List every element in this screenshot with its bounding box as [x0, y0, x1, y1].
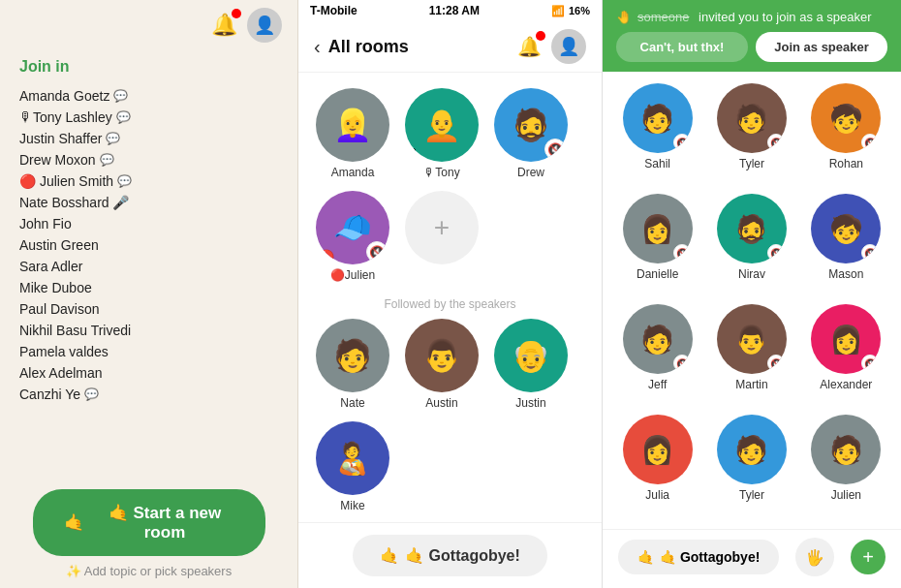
list-item[interactable]: Alex Adelman	[19, 362, 278, 384]
audience-item[interactable]: 🧑 🔇 Sahil	[614, 83, 700, 186]
audience-name: Mason	[828, 267, 863, 281]
audience-item[interactable]: 👴 Justin	[492, 319, 570, 410]
mic-badge: 🔇	[673, 244, 691, 262]
audience-item[interactable]: 🧒 🔇 Rohan	[803, 83, 889, 186]
notification-bell-middle[interactable]: 🔔	[517, 35, 542, 58]
room-content: 👱‍♀️ Amanda 🧑‍🦲 🎙 🎙Tony 🧔 🔇 Drew	[298, 73, 602, 522]
signal-icon: 📶	[551, 5, 565, 17]
audience-name: Tyler	[739, 157, 764, 170]
wave-icon: 🤚	[616, 10, 632, 24]
speaker-item[interactable]: 🧑‍🦲 🎙 🎙Tony	[403, 88, 481, 179]
audience-name: Nirav	[738, 267, 765, 281]
add-speaker-button[interactable]: +	[405, 191, 479, 264]
notification-bell[interactable]: 🔔	[211, 13, 237, 38]
list-item[interactable]: Canzhi Ye 💬	[19, 384, 278, 405]
cant-button[interactable]: Can't, but thx!	[616, 32, 748, 62]
user-avatar[interactable]: 👤	[247, 8, 282, 43]
left-header: 🔔 👤	[0, 0, 297, 50]
speaker-item[interactable]: 🧢 🔴 🔇 🔴Julien	[314, 191, 391, 282]
audience-item[interactable]: 🧑 Julien	[803, 415, 889, 517]
add-speaker-item[interactable]: +	[403, 191, 481, 282]
speaker-name: Drew	[517, 166, 544, 179]
audience-name: Rohan	[829, 157, 863, 170]
audience-item[interactable]: 🧑 Tyler	[708, 415, 794, 517]
left-bottom: 🤙 🤙 Start a new room ✨ Add topic or pick…	[0, 474, 297, 588]
left-panel: 🔔 👤 Join in Amanda Goetz 💬 🎙Tony Lashley…	[0, 0, 298, 588]
list-item[interactable]: Justin Shaffer 💬	[19, 128, 278, 149]
people-list: Amanda Goetz 💬 🎙Tony Lashley 💬 Justin Sh…	[0, 85, 297, 474]
back-button[interactable]: ‹	[314, 36, 321, 58]
list-item[interactable]: Mike Duboe	[19, 277, 278, 298]
audience-avatar: 🧑	[316, 319, 389, 392]
audience-item[interactable]: 🧒 🔇 Mason	[803, 194, 889, 296]
audience-name: Mike	[340, 499, 364, 512]
audience-item[interactable]: 👨 🔇 Martin	[708, 304, 794, 407]
audience-grid-middle: 🧑 Nate 👨 Austin 👴 Justin 🧑‍🍼	[314, 319, 586, 512]
mic-badge: 🔇	[767, 355, 785, 372]
header-left: ‹ All rooms	[314, 36, 409, 58]
leave-button-middle[interactable]: 🤙 🤙 Gottagobye!	[353, 535, 547, 576]
list-item[interactable]: Nate Bosshard 🎤	[19, 192, 278, 213]
carrier: T-Mobile	[310, 4, 357, 17]
audience-avatar: 👴	[494, 319, 568, 392]
page-title: All rooms	[328, 37, 409, 57]
audience-avatar: 🧑 🔇	[717, 83, 787, 153]
list-item[interactable]: Amanda Goetz 💬	[19, 85, 278, 107]
mic-badge: 🔇	[861, 244, 879, 262]
emoji-badge: 🔴	[318, 249, 334, 264]
right-bottom: 🤙 🤙 Gottagobye! 🖐 +	[603, 529, 901, 588]
list-item[interactable]: Drew Moxon 💬	[19, 149, 278, 170]
list-item[interactable]: Paul Davison	[19, 298, 278, 320]
list-item[interactable]: Austin Green	[19, 234, 278, 256]
invite-banner: 🤚 someone invited you to join as a speak…	[603, 0, 901, 72]
add-topic-label[interactable]: ✨ Add topic or pick speakers	[66, 564, 232, 578]
add-button-right[interactable]: +	[851, 540, 885, 574]
audience-avatar: 👩 🔇	[811, 304, 881, 374]
audience-avatar: 👩 🔇	[623, 194, 693, 263]
audience-item[interactable]: 👩 🔇 Danielle	[614, 194, 700, 296]
join-section: Join in	[0, 50, 297, 85]
middle-header: ‹ All rooms 🔔 👤	[298, 21, 602, 73]
raise-hand-button[interactable]: 🖐	[795, 538, 834, 576]
leave-icon: 🤙	[380, 546, 399, 565]
emoji-badge: 🎙	[407, 146, 420, 162]
mic-badge: 🔇	[861, 134, 879, 151]
speaker-avatar: 🧔 🔇	[494, 88, 568, 162]
audience-avatar: 🧔 🔇	[717, 194, 787, 263]
audience-item[interactable]: 👨 Austin	[403, 319, 481, 410]
join-speaker-button[interactable]: Join as speaker	[756, 32, 887, 62]
list-item[interactable]: 🎙Tony Lashley 💬	[19, 107, 278, 128]
start-room-label: 🤙 Start a new room	[96, 503, 234, 542]
audience-avatar: 👩	[623, 415, 693, 484]
invite-message: someone	[637, 10, 689, 24]
audience-item[interactable]: 🧑 🔇 Tyler	[708, 83, 794, 186]
audience-item[interactable]: 👩 Julia	[614, 415, 700, 517]
audience-avatar: 🧑‍🍼	[316, 421, 389, 495]
speaker-item[interactable]: 🧔 🔇 Drew	[492, 88, 570, 179]
start-room-button[interactable]: 🤙 🤙 Start a new room	[33, 489, 265, 556]
audience-name: Julia	[645, 488, 669, 502]
audience-grid-right: 🧑 🔇 Sahil 🧑 🔇 Tyler 🧒 🔇 Rohan 👩 🔇	[603, 72, 901, 529]
speaker-avatar: 👱‍♀️	[316, 88, 389, 162]
audience-avatar: 🧒 🔇	[811, 194, 881, 263]
list-item[interactable]: Nikhil Basu Trivedi	[19, 320, 278, 341]
audience-avatar: 👨 🔇	[717, 304, 787, 374]
audience-item[interactable]: 🧑 🔇 Jeff	[614, 304, 700, 407]
list-item[interactable]: Pamela valdes	[19, 341, 278, 362]
join-label: Join in	[19, 58, 278, 76]
invite-text: 🤚 someone invited you to join as a speak…	[616, 10, 887, 24]
start-room-icon: 🤙	[64, 512, 84, 533]
list-item[interactable]: Sara Adler	[19, 256, 278, 277]
user-avatar-middle[interactable]: 👤	[551, 29, 586, 64]
audience-item[interactable]: 👩 🔇 Alexander	[803, 304, 889, 407]
audience-item[interactable]: 🧔 🔇 Nirav	[708, 194, 794, 296]
status-bar: T-Mobile 11:28 AM 📶 16%	[298, 0, 602, 21]
audience-item[interactable]: 🧑 Nate	[314, 319, 391, 410]
list-item[interactable]: John Fio	[19, 213, 278, 234]
audience-item[interactable]: 🧑‍🍼 Mike	[314, 421, 391, 512]
audience-name: Danielle	[637, 267, 678, 281]
speaker-item[interactable]: 👱‍♀️ Amanda	[314, 88, 391, 179]
audience-name: Martin	[735, 378, 767, 391]
list-item[interactable]: 🔴 Julien Smith 💬	[19, 170, 278, 192]
leave-button-right[interactable]: 🤙 🤙 Gottagobye!	[618, 540, 779, 574]
